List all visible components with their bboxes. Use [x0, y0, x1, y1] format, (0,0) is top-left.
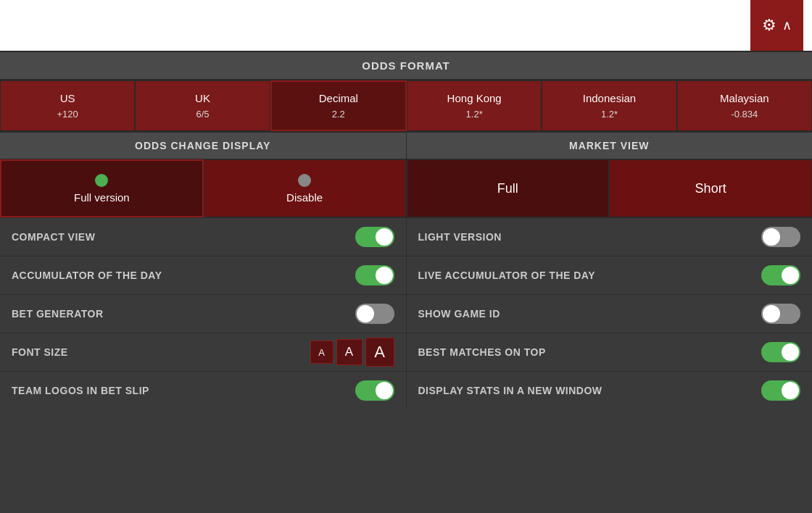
- market-btn-full[interactable]: Full: [407, 159, 610, 217]
- settings-col-right: BEST MATCHES ON TOP: [407, 333, 813, 371]
- top-bar: ⚙ ∧: [0, 0, 812, 51]
- search-input[interactable]: [9, 9, 750, 41]
- toggle-thumb: [763, 228, 780, 246]
- toggle-thumb: [763, 305, 780, 322]
- status-circle: [95, 174, 108, 187]
- settings-label: TEAM LOGOS IN BET SLIP: [12, 385, 149, 396]
- toggle-switch[interactable]: [355, 265, 394, 285]
- odds-btn-us[interactable]: US+120: [0, 80, 135, 131]
- odds-btn-hk[interactable]: Hong Kong1.2*: [407, 80, 542, 131]
- odds-change-controls: Full versionDisable: [0, 159, 407, 217]
- odds-change-btn-full_version[interactable]: Full version: [0, 159, 204, 217]
- market-view-controls: FullShort: [407, 159, 813, 217]
- toggle-thumb: [782, 267, 799, 284]
- controls-row: Full versionDisable FullShort: [0, 159, 812, 217]
- toggle-switch[interactable]: [355, 304, 394, 324]
- gear-icon: ⚙: [762, 16, 776, 34]
- settings-col-left: TEAM LOGOS IN BET SLIP: [0, 372, 407, 409]
- odds-btn-malaysian[interactable]: Malaysian-0.834: [677, 80, 812, 131]
- settings-col-left: COMPACT VIEW: [0, 218, 407, 256]
- settings-col-left: ACCUMULATOR OF THE DAY: [0, 256, 407, 294]
- settings-label: FONT SIZE: [12, 346, 68, 358]
- settings-label: ACCUMULATOR OF THE DAY: [12, 270, 162, 281]
- settings-label: LIGHT VERSION: [418, 231, 502, 243]
- odds-btn-indonesian[interactable]: Indonesian1.2*: [542, 80, 676, 131]
- chevron-up-icon: ∧: [782, 17, 792, 33]
- settings-col-right: LIVE ACCUMULATOR OF THE DAY: [407, 256, 813, 294]
- toggle-switch[interactable]: [355, 380, 394, 401]
- toggle-switch[interactable]: [355, 227, 394, 247]
- odds-btn-uk[interactable]: UK6/5: [135, 80, 270, 131]
- toggle-switch[interactable]: [761, 265, 800, 285]
- odds-format-row: US+120UK6/5Decimal2.2Hong Kong1.2*Indone…: [0, 79, 812, 131]
- settings-row: TEAM LOGOS IN BET SLIPDISPLAY STATS IN A…: [0, 371, 812, 409]
- font-size-btn-lg[interactable]: A: [365, 338, 394, 367]
- settings-label: COMPACT VIEW: [12, 231, 95, 243]
- settings-label: BET GENERATOR: [12, 308, 104, 320]
- settings-row: COMPACT VIEWLIGHT VERSION: [0, 217, 812, 256]
- settings-row: ACCUMULATOR OF THE DAYLIVE ACCUMULATOR O…: [0, 256, 812, 294]
- status-circle: [298, 174, 311, 187]
- settings-label: LIVE ACCUMULATOR OF THE DAY: [418, 270, 596, 281]
- font-size-btn-md[interactable]: A: [336, 339, 362, 365]
- toggle-switch[interactable]: [761, 227, 800, 247]
- settings-label: BEST MATCHES ON TOP: [418, 346, 546, 358]
- settings-col-right: DISPLAY STATS IN A NEW WINDOW: [407, 372, 813, 409]
- toggle-thumb: [376, 382, 393, 399]
- settings-col-left: FONT SIZEAAA: [0, 333, 407, 371]
- settings-label: SHOW GAME ID: [418, 308, 500, 320]
- settings-row: FONT SIZEAAABEST MATCHES ON TOP: [0, 333, 812, 371]
- toggle-thumb: [376, 228, 393, 246]
- settings-col-left: BET GENERATOR: [0, 295, 407, 333]
- settings-col-right: SHOW GAME ID: [407, 295, 813, 333]
- control-btn-label: Full version: [74, 191, 130, 204]
- settings-col-right: LIGHT VERSION: [407, 218, 813, 256]
- gear-button[interactable]: ⚙: [762, 16, 776, 35]
- odds-change-btn-disable[interactable]: Disable: [204, 159, 406, 217]
- odds-change-display-header: ODDS CHANGE DISPLAY: [0, 133, 407, 159]
- settings-label: DISPLAY STATS IN A NEW WINDOW: [418, 385, 602, 396]
- font-size-btn-sm[interactable]: A: [310, 341, 334, 364]
- control-btn-label: Disable: [286, 191, 323, 204]
- toggle-thumb: [357, 305, 374, 322]
- toggle-thumb: [782, 343, 799, 361]
- market-view-header: MARKET VIEW: [407, 133, 813, 159]
- two-col-header: ODDS CHANGE DISPLAY MARKET VIEW: [0, 131, 812, 159]
- toggle-switch[interactable]: [761, 304, 800, 324]
- top-bar-actions: ⚙ ∧: [750, 0, 803, 51]
- font-size-controls: AAA: [310, 338, 394, 367]
- settings-section: COMPACT VIEWLIGHT VERSIONACCUMULATOR OF …: [0, 217, 812, 409]
- odds-btn-decimal[interactable]: Decimal2.2: [270, 80, 407, 131]
- settings-row: BET GENERATORSHOW GAME ID: [0, 294, 812, 333]
- toggle-switch[interactable]: [761, 342, 800, 362]
- toggle-switch[interactable]: [761, 380, 800, 401]
- odds-format-header: ODDS FORMAT: [0, 51, 812, 79]
- toggle-thumb: [376, 267, 393, 284]
- toggle-thumb: [782, 382, 799, 399]
- market-btn-short[interactable]: Short: [609, 159, 812, 217]
